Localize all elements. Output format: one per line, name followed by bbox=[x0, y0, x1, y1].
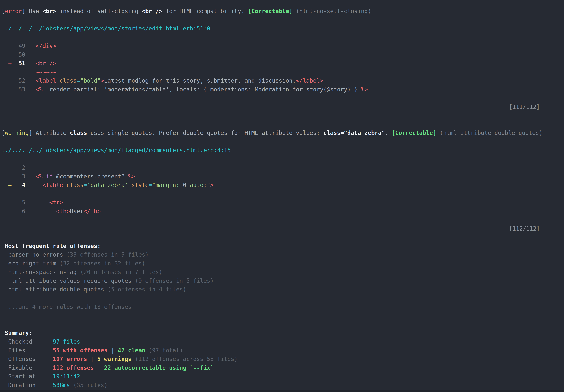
text-segment: auto bbox=[190, 182, 203, 189]
text-segment bbox=[1, 190, 87, 197]
progress-separator-2: [112/112] bbox=[0, 224, 564, 233]
progress-separator-1: [111/112] bbox=[0, 103, 564, 111]
text-segment: 107 errors bbox=[53, 356, 87, 362]
text-segment: ] Attribute bbox=[29, 130, 70, 136]
text-segment: User bbox=[70, 208, 84, 215]
text-segment: class="data zebra" bbox=[323, 130, 385, 136]
text-segment: <th> bbox=[56, 208, 70, 215]
lint-error-message: [error] Use <br> instead of self-closing… bbox=[1, 7, 564, 16]
warning-squiggle-line: ~~~~~~~~~~~~ bbox=[1, 190, 564, 198]
text-segment: = bbox=[77, 77, 80, 84]
code-line-51-highlighted: → 51 <br /> bbox=[1, 59, 564, 68]
text-segment: 'data zebra' bbox=[87, 182, 128, 189]
text-segment: Offenses bbox=[1, 356, 53, 362]
text-segment bbox=[36, 208, 56, 215]
text-segment: (html-no-self-closing) bbox=[296, 8, 371, 14]
text-segment: <br /> bbox=[142, 8, 162, 14]
text-segment: 19:11:42 bbox=[53, 373, 80, 380]
summary-row-duration: Duration 588ms (35 rules) bbox=[1, 381, 564, 390]
text-segment: 3 bbox=[1, 173, 36, 180]
text-segment: | bbox=[108, 347, 118, 354]
error-code-excerpt: 49 </div> 50 → 51 <br /> ~~~~~~ 52 <labe… bbox=[1, 42, 564, 94]
text-segment bbox=[42, 173, 46, 180]
text-segment: %> bbox=[361, 86, 368, 93]
text-segment: ~~~~~~~~~~~~ bbox=[87, 190, 128, 197]
progress-counter-1: [111/112] bbox=[509, 103, 540, 111]
text-segment: ../../../../lobsters/app/views/mod/stori… bbox=[1, 25, 210, 32]
summary-row-fixable: Fixable 112 offenses | 22 autocorrectabl… bbox=[1, 364, 564, 372]
text-segment: style bbox=[128, 182, 149, 189]
text-segment: <%= bbox=[36, 86, 46, 93]
text-segment: <tr> bbox=[49, 199, 63, 206]
text-segment: html-no-space-in-tag bbox=[1, 269, 80, 275]
progress-counter-2: [112/112] bbox=[509, 224, 540, 233]
text-segment: @commenters.present? bbox=[53, 173, 128, 180]
blank-line bbox=[1, 137, 564, 146]
blank-line bbox=[1, 94, 564, 103]
separator-rule bbox=[545, 229, 564, 229]
text-segment: 42 clean bbox=[118, 347, 145, 354]
blank-line bbox=[1, 155, 564, 164]
rule-offenses-header: Most frequent rule offenses: bbox=[1, 242, 564, 251]
text-segment: class bbox=[63, 182, 84, 189]
lint-warning-message: [warning] Attribute class uses single qu… bbox=[1, 129, 564, 137]
text-segment: > bbox=[210, 182, 214, 189]
text-segment bbox=[1, 182, 8, 189]
text-segment: parser-no-errors bbox=[1, 251, 67, 258]
text-segment: (112 offenses across 55 files) bbox=[131, 356, 238, 362]
text-segment: Duration bbox=[1, 382, 53, 389]
text-segment: 49 bbox=[1, 42, 36, 49]
text-segment bbox=[12, 60, 19, 67]
text-segment: Summary: bbox=[1, 330, 32, 336]
text-segment: Most frequent rule offenses: bbox=[1, 243, 101, 249]
text-segment bbox=[293, 8, 296, 14]
text-segment: | bbox=[94, 365, 104, 371]
text-segment: (html-attribute-double-quotes) bbox=[440, 130, 542, 136]
code-line-50: 50 bbox=[1, 51, 564, 59]
rule-offense-row: html-attribute-double-quotes (5 offenses… bbox=[1, 285, 564, 294]
summary-row-offenses: Offenses 107 errors | 5 warnings (112 of… bbox=[1, 355, 564, 364]
code-line-2: 2 bbox=[1, 163, 564, 172]
text-segment: class bbox=[70, 130, 87, 136]
text-segment: 112 offenses bbox=[53, 365, 94, 371]
blank-line bbox=[1, 320, 564, 329]
text-segment: <br /> bbox=[36, 60, 56, 67]
error-file-path[interactable]: ../../../../lobsters/app/views/mod/stori… bbox=[1, 24, 564, 33]
text-segment: Checked bbox=[1, 338, 53, 345]
text-segment: "margin: bbox=[152, 182, 179, 189]
terminal-output: { "colors": { "background": "#262a33", "… bbox=[0, 0, 564, 392]
text-segment: for HTML compatibility. bbox=[162, 8, 248, 14]
separator-rule bbox=[0, 229, 504, 229]
code-line-49: 49 </div> bbox=[1, 42, 564, 51]
text-segment bbox=[25, 60, 36, 67]
warning-file-path[interactable]: ../../../../lobsters/app/views/mod/flagg… bbox=[1, 146, 564, 155]
text-segment bbox=[12, 182, 22, 189]
blank-line bbox=[1, 311, 564, 320]
code-line-52: 52 <label class="bold">Latest modlog for… bbox=[1, 77, 564, 85]
text-segment: 4 bbox=[22, 182, 25, 189]
text-segment: ../../../../lobsters/app/views/mod/flagg… bbox=[1, 147, 231, 154]
text-segment: <table bbox=[42, 182, 63, 189]
code-line-3: 3 <% if @commenters.present? %> bbox=[1, 172, 564, 181]
text-segment: <label bbox=[36, 77, 56, 84]
text-segment bbox=[36, 199, 49, 206]
text-segment: "bold" bbox=[80, 77, 101, 84]
summary-row-files: Files 55 with offenses | 42 clean (97 to… bbox=[1, 346, 564, 355]
rule-offense-row: parser-no-errors (33 offenses in 9 files… bbox=[1, 250, 564, 259]
rule-offense-row: html-no-space-in-tag (20 offenses in 7 f… bbox=[1, 268, 564, 277]
text-segment: (32 offenses in 32 files) bbox=[60, 260, 145, 267]
text-segment: > bbox=[101, 77, 104, 84]
text-segment: (97 total) bbox=[145, 347, 183, 354]
text-segment: 588ms bbox=[53, 382, 70, 389]
rule-offense-row: erb-right-trim (32 offenses in 32 files) bbox=[1, 259, 564, 268]
code-line-6: 6 <th>User</th> bbox=[1, 207, 564, 216]
text-segment: → bbox=[8, 60, 12, 67]
text-segment: if bbox=[46, 173, 53, 180]
text-segment: uses single quotes. Prefer double quotes… bbox=[87, 130, 323, 136]
text-segment: render partial: 'moderations/table', loc… bbox=[46, 86, 361, 93]
text-segment: ] Use bbox=[22, 8, 42, 14]
text-segment: instead of self-closing bbox=[56, 8, 142, 14]
text-segment: . bbox=[385, 130, 392, 136]
text-segment: Files bbox=[1, 347, 53, 354]
text-segment: (5 offenses in 4 files) bbox=[108, 286, 186, 293]
